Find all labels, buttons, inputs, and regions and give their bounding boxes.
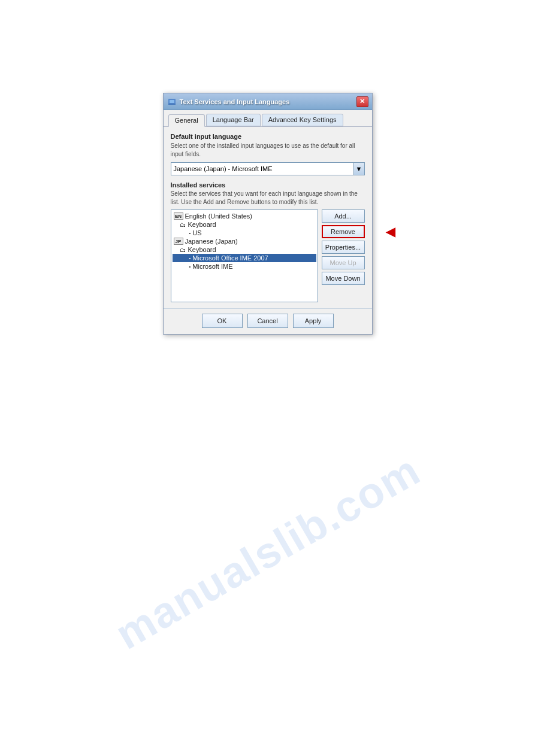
default-language-dropdown[interactable]: Japanese (Japan) - Microsoft IME ▼ — [171, 162, 365, 175]
default-input-description: Select one of the installed input langua… — [171, 142, 365, 159]
tree-item-en-lang[interactable]: EN English (United States) — [173, 212, 316, 220]
close-button[interactable]: ✕ — [356, 96, 368, 107]
jp-lang-label: Japanese (Japan) — [185, 238, 238, 245]
jp-microsoft-ime-bullet: • — [189, 264, 191, 269]
services-tree-list[interactable]: EN English (United States) 🗂 Keyboard • … — [171, 210, 318, 302]
svg-rect-1 — [170, 100, 174, 103]
tab-bar: General Language Bar Advanced Key Settin… — [164, 110, 372, 127]
dialog-body: Default input language Select one of the… — [164, 127, 372, 308]
tab-advanced-key-settings[interactable]: Advanced Key Settings — [262, 114, 343, 126]
installed-services-section: Installed services Select the services t… — [171, 181, 365, 302]
default-input-title: Default input language — [171, 133, 365, 140]
tree-item-jp-microsoft-ime[interactable]: • Microsoft IME — [173, 262, 316, 271]
tree-item-en-keyboard[interactable]: 🗂 Keyboard — [173, 220, 316, 229]
ok-button[interactable]: OK — [202, 314, 243, 328]
en-lang-label: English (United States) — [185, 212, 253, 220]
action-buttons-column: Add... Remove◀ Properties... Move Up Mov… — [322, 210, 365, 302]
tree-item-jp-lang[interactable]: JP Japanese (Japan) — [173, 237, 316, 245]
services-area: EN English (United States) 🗂 Keyboard • … — [171, 210, 365, 302]
installed-services-description: Select the services that you want for ea… — [171, 190, 365, 207]
tab-language-bar[interactable]: Language Bar — [206, 114, 261, 126]
en-us-bullet: • — [189, 230, 191, 236]
move-down-button[interactable]: Move Down — [322, 272, 365, 285]
dialog-window: Text Services and Input Languages ✕ Gene… — [163, 93, 373, 335]
default-input-section: Default input language Select one of the… — [171, 133, 365, 175]
dropdown-arrow-icon: ▼ — [353, 163, 364, 175]
tab-general[interactable]: General — [168, 114, 205, 127]
en-badge: EN — [174, 212, 183, 220]
jp-badge: JP — [174, 238, 183, 245]
apply-button[interactable]: Apply — [293, 314, 334, 328]
watermark: manualslib.com — [107, 445, 428, 658]
dialog-footer: OK Cancel Apply — [164, 308, 372, 334]
en-keyboard-label: Keyboard — [188, 221, 216, 228]
remove-button[interactable]: Remove◀ — [322, 225, 365, 238]
jp-office-ime-label: Microsoft Office IME 2007 — [192, 254, 268, 262]
jp-microsoft-ime-label: Microsoft IME — [192, 263, 232, 270]
svg-rect-2 — [168, 104, 176, 105]
installed-services-title: Installed services — [171, 181, 365, 189]
jp-keyboard-icon: 🗂 — [179, 246, 187, 253]
title-bar-title: Text Services and Input Languages — [180, 98, 356, 105]
add-button[interactable]: Add... — [322, 210, 365, 223]
jp-office-ime-bullet: • — [189, 256, 191, 261]
cancel-button[interactable]: Cancel — [247, 314, 288, 328]
tree-item-en-us[interactable]: • US — [173, 229, 316, 237]
properties-button[interactable]: Properties... — [322, 241, 365, 254]
jp-keyboard-label: Keyboard — [188, 246, 216, 253]
page-background: manualslib.com Text Services and Input L… — [0, 0, 535, 756]
en-keyboard-icon: 🗂 — [179, 221, 187, 228]
tree-item-jp-office-ime[interactable]: • Microsoft Office IME 2007 — [173, 254, 316, 262]
title-bar: Text Services and Input Languages ✕ — [164, 93, 372, 110]
dropdown-selected-value: Japanese (Japan) - Microsoft IME — [174, 165, 362, 172]
tree-item-jp-keyboard[interactable]: 🗂 Keyboard — [173, 245, 316, 254]
title-bar-icon — [167, 97, 177, 107]
move-up-button[interactable]: Move Up — [322, 256, 365, 269]
en-us-label: US — [192, 229, 201, 236]
